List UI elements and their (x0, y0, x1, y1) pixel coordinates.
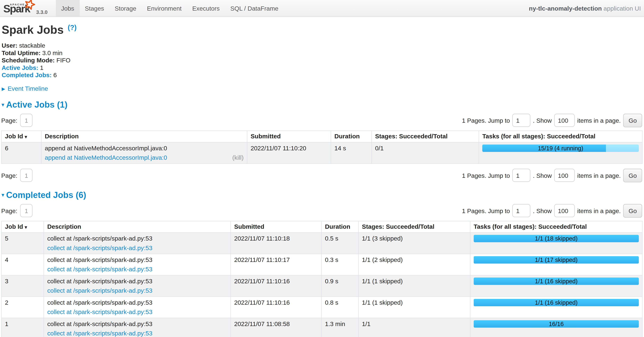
job-id-cell: 3 (2, 275, 44, 297)
summary-scheduling-label: Scheduling Mode: (2, 57, 54, 64)
tab-environment[interactable]: Environment (142, 0, 187, 16)
header-job-id[interactable]: Job Id▾ (2, 130, 41, 142)
show-items-input[interactable] (554, 169, 575, 182)
sort-desc-icon: ▾ (25, 224, 27, 229)
tasks-cell: 1/1 (16 skipped) (470, 297, 642, 318)
job-description-link[interactable]: collect at /spark-scripts/spark-ad.py:53 (47, 308, 152, 315)
active-jobs-table: Job Id▾ Description Submitted Duration S… (1, 130, 642, 164)
header-tasks[interactable]: Tasks (for all stages): Succeeded/Total (470, 221, 642, 232)
page-label: Page: (1, 207, 18, 214)
progress-label: 1/1 (18 skipped) (474, 235, 639, 242)
job-description-cell: collect at /spark-scripts/spark-ad.py:53… (44, 232, 231, 254)
summary-completed-jobs-value: 6 (54, 71, 57, 78)
tasks-progress-bar: 16/16 (474, 320, 639, 328)
job-description-cell: collect at /spark-scripts/spark-ad.py:53… (44, 297, 231, 318)
summary-uptime-value: 3.0 min (42, 49, 62, 56)
header-submitted[interactable]: Submitted (247, 130, 331, 142)
nav-tabs: Jobs Stages Storage Environment Executor… (56, 0, 284, 16)
job-description-text: collect at /spark-scripts/spark-ad.py:53 (47, 299, 227, 306)
page-title-text: Spark Jobs (2, 23, 64, 36)
show-label: . Show (533, 117, 552, 124)
jump-to-input[interactable] (512, 169, 530, 182)
pages-info: 1 Pages. Jump to (462, 207, 510, 214)
help-link[interactable]: (?) (68, 24, 76, 32)
active-jobs-link[interactable]: Active Jobs: (2, 64, 38, 71)
job-description-link[interactable]: collect at /spark-scripts/spark-ad.py:53 (47, 330, 152, 337)
completed-jobs-section-header[interactable]: ▾Completed Jobs (6) (2, 190, 642, 200)
event-timeline-label: Event Timeline (8, 85, 48, 92)
table-row: 5 collect at /spark-scripts/spark-ad.py:… (2, 232, 642, 254)
summary-uptime: Total Uptime: 3.0 min (2, 49, 642, 56)
tasks-progress-bar: 1/1 (16 skipped) (474, 299, 639, 306)
tasks-cell: 1/1 (17 skipped) (470, 254, 642, 275)
job-description-text: collect at /spark-scripts/spark-ad.py:53 (47, 256, 227, 263)
collapse-arrow-icon: ▾ (2, 192, 4, 198)
page-label: Page: (1, 172, 18, 179)
header-job-id[interactable]: Job Id▾ (2, 221, 44, 232)
go-button[interactable]: Go (623, 169, 642, 182)
jump-to-input[interactable] (512, 204, 530, 217)
pagination-row: Page: 1 Pages. Jump to . Show items in a… (1, 113, 642, 127)
kill-link[interactable]: (kill) (232, 154, 244, 161)
submitted-cell: 2022/11/07 11:08:58 (230, 318, 322, 337)
active-jobs-section-header[interactable]: ▾Active Jobs (1) (2, 100, 642, 109)
progress-label: 1/1 (16 skipped) (474, 299, 639, 306)
header-description[interactable]: Description (44, 221, 231, 232)
progress-label: 1/1 (17 skipped) (474, 256, 639, 264)
expand-arrow-icon: ▶ (2, 86, 5, 91)
tab-stages[interactable]: Stages (80, 0, 110, 16)
page-input[interactable] (20, 169, 32, 182)
header-submitted[interactable]: Submitted (230, 221, 322, 232)
jump-to-input[interactable] (512, 114, 530, 127)
completed-jobs-section-title: Completed Jobs (6) (6, 190, 86, 199)
job-id-cell: 4 (2, 254, 44, 275)
header-tasks[interactable]: Tasks (for all stages): Succeeded/Total (479, 130, 642, 142)
duration-cell: 0.9 s (322, 275, 358, 297)
tasks-progress-bar: 1/1 (16 skipped) (474, 277, 639, 285)
summary-list: User: stackable Total Uptime: 3.0 min Sc… (2, 42, 642, 78)
stages-cell: 1/1 (1 skipped) (358, 275, 470, 297)
summary-scheduling-value: FIFO (56, 57, 70, 64)
tab-sql-dataframe[interactable]: SQL / DataFrame (225, 0, 284, 16)
tab-storage[interactable]: Storage (110, 0, 142, 16)
job-id-cell: 5 (2, 232, 44, 254)
go-button[interactable]: Go (623, 204, 642, 217)
duration-cell: 0.8 s (322, 297, 358, 318)
tab-jobs[interactable]: Jobs (56, 0, 80, 16)
job-description-link[interactable]: collect at /spark-scripts/spark-ad.py:53 (47, 287, 152, 294)
progress-label: 1/1 (16 skipped) (474, 277, 639, 285)
page-selector: Page: (1, 169, 32, 182)
page-input[interactable] (20, 114, 32, 127)
table-header-row: Job Id▾ Description Submitted Duration S… (2, 221, 642, 232)
progress-label: 15/19 (4 running) (482, 144, 639, 152)
job-description-link[interactable]: collect at /spark-scripts/spark-ad.py:53 (47, 244, 152, 251)
header-duration[interactable]: Duration (322, 221, 358, 232)
tasks-progress-bar: 15/19 (4 running) (482, 144, 639, 152)
page-selector: Page: (1, 204, 32, 217)
stages-cell: 1/1 (358, 318, 470, 337)
show-items-input[interactable] (554, 204, 575, 217)
completed-jobs-link[interactable]: Completed Jobs: (2, 71, 52, 78)
summary-user: User: stackable (2, 42, 642, 49)
header-stages[interactable]: Stages: Succeeded/Total (358, 221, 470, 232)
job-description-link[interactable]: collect at /spark-scripts/spark-ad.py:53 (47, 265, 152, 272)
app-title-suffix: application UI (602, 5, 641, 12)
show-items-input[interactable] (554, 114, 575, 127)
job-description-link[interactable]: append at NativeMethodAccessorImpl.java:… (45, 154, 167, 161)
header-duration[interactable]: Duration (331, 130, 372, 142)
header-stages[interactable]: Stages: Succeeded/Total (372, 130, 479, 142)
main-content: Spark Jobs (?) User: stackable Total Upt… (0, 23, 644, 337)
pagination-controls: 1 Pages. Jump to . Show items in a page.… (462, 204, 642, 217)
tasks-cell: 1/1 (16 skipped) (470, 275, 642, 297)
tab-executors[interactable]: Executors (187, 0, 225, 16)
go-button[interactable]: Go (623, 113, 642, 127)
page-selector: Page: (1, 114, 32, 127)
event-timeline-toggle[interactable]: ▶Event Timeline (2, 85, 642, 92)
tasks-cell: 1/1 (18 skipped) (470, 232, 642, 254)
items-label: items in a page. (577, 207, 621, 214)
header-description[interactable]: Description (41, 130, 247, 142)
spark-logo-link[interactable]: APACHE Spark 3.3.0 (0, 0, 52, 16)
page-input[interactable] (20, 204, 32, 217)
table-row: 6 append at NativeMethodAccessorImpl.jav… (2, 142, 642, 163)
page-label: Page: (1, 117, 18, 124)
